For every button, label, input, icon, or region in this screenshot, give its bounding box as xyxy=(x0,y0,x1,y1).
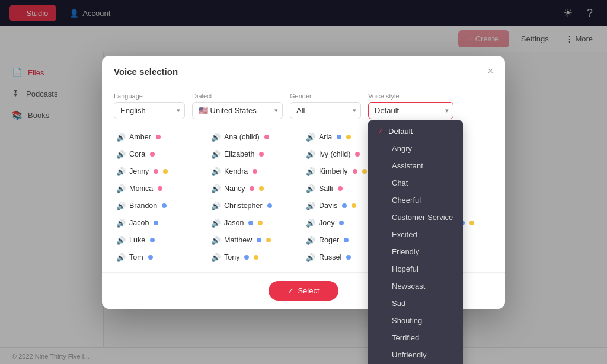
voice-item[interactable]: 🔊Tom xyxy=(114,249,209,266)
voice-name: Matthew xyxy=(224,236,252,244)
voice-item[interactable]: 🔊Tony xyxy=(209,249,304,266)
voice-name: Cora xyxy=(129,150,145,158)
dropdown-option[interactable]: Shouting xyxy=(368,312,463,329)
dropdown-option[interactable]: Terrified xyxy=(368,329,463,346)
select-button[interactable]: ✓ Select xyxy=(269,281,338,301)
voice-name: Brandon xyxy=(129,202,157,210)
voice-style-dropdown: ✓DefaultAngryAssistantChatCheerfulCustom… xyxy=(368,120,463,365)
voice-badge xyxy=(362,169,367,174)
voice-badge xyxy=(257,238,261,242)
speaker-icon: 🔊 xyxy=(116,184,126,193)
voice-badge xyxy=(162,203,167,208)
voice-item[interactable]: 🔊Luke xyxy=(114,232,209,249)
voice-badge xyxy=(150,152,155,157)
dropdown-option-label: Sad xyxy=(392,299,405,308)
dropdown-option-label: Shouting xyxy=(392,316,422,325)
voice-item[interactable]: 🔊Nancy xyxy=(209,180,304,197)
dropdown-option[interactable]: Hopeful xyxy=(368,260,463,277)
voice-item[interactable]: 🔊Jacob xyxy=(114,215,209,232)
voice-item[interactable]: 🔊Jason xyxy=(209,215,304,232)
voice-badge xyxy=(337,135,341,139)
dropdown-option-label: Cheerful xyxy=(392,196,421,205)
voice-name: Ana (child) xyxy=(224,133,260,141)
voice-badge xyxy=(267,203,272,208)
voice-item[interactable]: 🔊Kendra xyxy=(209,163,304,180)
voice-name: Davis xyxy=(319,202,337,210)
language-filter-group: Language English Spanish French xyxy=(114,92,185,119)
voice-name: Tom xyxy=(129,253,143,261)
dropdown-option[interactable]: Customer Service xyxy=(368,209,463,226)
voice-badge xyxy=(346,255,351,260)
dropdown-option[interactable]: ✓Default xyxy=(368,123,463,140)
voice-style-select[interactable]: Default Angry Assistant Chat Cheerful Cu… xyxy=(368,102,453,119)
speaker-icon: 🔊 xyxy=(306,133,315,142)
modal-overlay[interactable]: Voice selection × Language English Spani… xyxy=(0,0,607,364)
gender-select[interactable]: All Female Male xyxy=(290,102,361,119)
voice-badge xyxy=(248,221,253,225)
voice-name: Jason xyxy=(224,219,244,227)
check-icon: ✓ xyxy=(378,127,384,135)
voice-item[interactable]: 🔊Jenny xyxy=(114,163,209,180)
voice-name: Salli xyxy=(319,184,333,193)
dropdown-option[interactable]: Friendly xyxy=(368,243,463,260)
speaker-icon: 🔊 xyxy=(116,150,126,159)
speaker-icon: 🔊 xyxy=(211,219,221,228)
voice-name: Jenny xyxy=(129,167,149,175)
voice-badge xyxy=(266,238,271,242)
speaker-icon: 🔊 xyxy=(306,236,315,245)
language-label: Language xyxy=(114,92,185,100)
voice-badge xyxy=(158,186,162,191)
dropdown-option[interactable]: Angry xyxy=(368,140,463,157)
voice-badge xyxy=(253,169,257,174)
dialect-select-wrapper: 🇺🇸 United States 🇬🇧 United Kingdom 🇦🇺 Au… xyxy=(192,102,283,119)
modal-title: Voice selection xyxy=(114,66,178,76)
dropdown-option[interactable]: Excited xyxy=(368,226,463,243)
select-label: Select xyxy=(298,286,319,295)
voice-name: Nancy xyxy=(224,184,245,193)
voice-badge xyxy=(353,169,357,174)
voice-name: Roger xyxy=(319,236,339,244)
voice-badge xyxy=(342,203,347,208)
modal-close-button[interactable]: × xyxy=(488,66,493,76)
dropdown-option[interactable]: Assistant xyxy=(368,157,463,174)
voice-name: Aria xyxy=(319,133,332,141)
voice-item[interactable]: 🔊Amber xyxy=(114,129,209,146)
dropdown-option[interactable]: Newscast xyxy=(368,277,463,295)
speaker-icon: 🔊 xyxy=(211,253,221,262)
dropdown-option[interactable]: Cheerful xyxy=(368,191,463,209)
voice-item[interactable]: 🔊Cora xyxy=(114,146,209,163)
speaker-icon: 🔊 xyxy=(116,219,126,228)
voice-style-select-wrapper: Default Angry Assistant Chat Cheerful Cu… xyxy=(368,102,453,119)
speaker-icon: 🔊 xyxy=(306,253,315,262)
filters-row: Language English Spanish French Dialect … xyxy=(102,84,505,125)
modal-header: Voice selection × xyxy=(102,56,505,84)
voice-badge xyxy=(338,186,343,191)
voice-item[interactable]: 🔊Monica xyxy=(114,180,209,197)
speaker-icon: 🔊 xyxy=(211,236,221,245)
dropdown-option-label: Default xyxy=(388,127,413,136)
voice-item[interactable]: 🔊Christopher xyxy=(209,197,304,215)
dropdown-option-label: Terrified xyxy=(392,333,419,342)
gender-filter-group: Gender All Female Male xyxy=(290,92,361,119)
voice-item[interactable]: 🔊Ana (child) xyxy=(209,129,304,146)
dropdown-option[interactable]: Sad xyxy=(368,295,463,312)
voice-badge xyxy=(339,221,344,225)
voice-badge xyxy=(244,255,249,260)
dialect-label: Dialect xyxy=(192,92,283,100)
dropdown-option[interactable]: Chat xyxy=(368,174,463,191)
voice-badge xyxy=(154,169,158,174)
voice-name: Elizabeth xyxy=(224,150,254,158)
voice-name: Christopher xyxy=(224,202,263,210)
language-select[interactable]: English Spanish French xyxy=(114,102,185,119)
dropdown-option[interactable]: Unfriendly xyxy=(368,346,463,363)
dropdown-option-label: Excited xyxy=(392,230,417,239)
voice-item[interactable]: 🔊Brandon xyxy=(114,197,209,215)
voice-item[interactable]: 🔊Elizabeth xyxy=(209,146,304,163)
voice-name: Kimberly xyxy=(319,167,348,175)
speaker-icon: 🔊 xyxy=(306,167,315,176)
voice-badge xyxy=(264,135,269,139)
dialect-select[interactable]: 🇺🇸 United States 🇬🇧 United Kingdom 🇦🇺 Au… xyxy=(192,102,283,119)
speaker-icon: 🔊 xyxy=(211,167,221,176)
voice-item[interactable]: 🔊Matthew xyxy=(209,232,304,249)
check-icon: ✓ xyxy=(287,286,294,295)
